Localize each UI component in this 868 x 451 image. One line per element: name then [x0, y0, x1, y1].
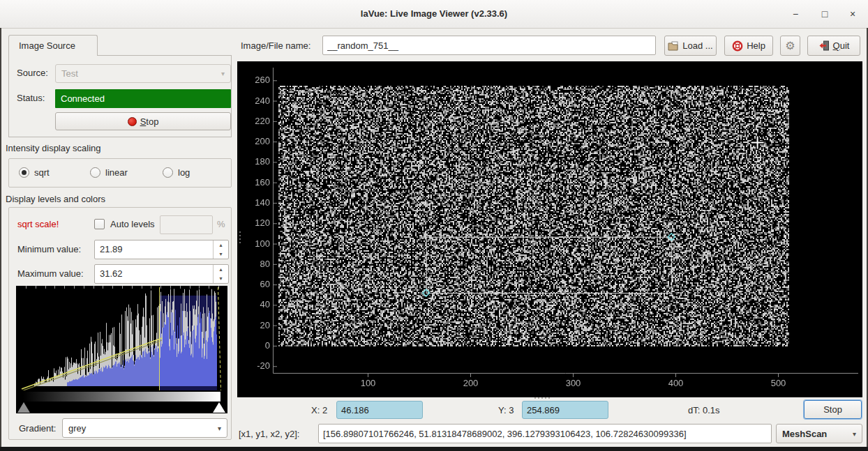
maximize-button[interactable]: □: [816, 7, 833, 21]
pixel-x-label: X: 2: [311, 405, 327, 415]
live-image-plot-area[interactable]: [237, 61, 862, 397]
load-button[interactable]: Load ...: [664, 36, 717, 56]
gradient-bar: [23, 392, 220, 402]
radio-log-label: log: [178, 167, 190, 178]
lifebuoy-help-icon: [732, 40, 743, 52]
stop-viewer-button-label: Stop: [823, 404, 842, 415]
gear-icon: ⚙: [785, 39, 795, 52]
pixel-y-valuebox: 254.869: [522, 401, 608, 419]
radio-log[interactable]: log: [163, 167, 190, 178]
spin-down-icon[interactable]: ▾: [214, 250, 228, 259]
tab-image-source-label: Image Source: [19, 40, 75, 51]
levels-section-label: Display levels and colors: [6, 194, 105, 204]
status-badge-text: Connected: [61, 93, 105, 104]
pixel-x-value: 46.186: [341, 405, 369, 415]
minimum-value: 21.89: [100, 244, 123, 254]
gradient-select[interactable]: grey ▾: [62, 418, 227, 438]
roi-range-label: [x1, y1, x2, y2]:: [239, 429, 299, 439]
minimize-button[interactable]: −: [787, 7, 804, 21]
filename-input[interactable]: [322, 36, 656, 55]
stop-viewer-button[interactable]: Stop: [804, 400, 862, 419]
gradient-select-value: grey: [68, 423, 86, 434]
close-button[interactable]: ×: [844, 7, 861, 21]
help-button[interactable]: Help: [724, 36, 773, 56]
maximum-value-label: Maximum value:: [17, 268, 84, 279]
auto-levels-label: Auto levels: [110, 219, 155, 229]
radio-log-indicator: [163, 167, 173, 178]
source-select-value: Test: [61, 68, 78, 79]
spin-down-icon[interactable]: ▾: [214, 274, 228, 283]
tool-select[interactable]: MeshScan ▾: [776, 424, 862, 443]
tool-select-value: MeshScan: [782, 429, 827, 439]
settings-button[interactable]: ⚙: [780, 36, 800, 56]
filename-label: Image/File name:: [241, 40, 310, 51]
window-border-bottom: [0, 447, 868, 451]
radio-linear[interactable]: linear: [90, 167, 128, 178]
app-window: laVue: Live Image Viewer (v2.33.6) − □ ×…: [0, 0, 868, 451]
auto-levels-checkbox[interactable]: [94, 219, 105, 229]
radio-sqrt-label: sqrt: [34, 167, 50, 178]
source-label: Source:: [17, 68, 48, 78]
min-level-handle[interactable]: [17, 402, 30, 413]
splitter-handle-vertical[interactable]: [239, 230, 241, 244]
levels-histogram-widget[interactable]: [16, 286, 227, 413]
scaling-section-label: Intensity display scaling: [6, 143, 101, 153]
minimum-value-spinbox[interactable]: 21.89 ▴ ▾: [94, 240, 229, 259]
spin-up-icon[interactable]: ▴: [214, 265, 228, 274]
scale-warning-label: sqrt scale!: [17, 219, 59, 229]
stop-record-icon: [128, 117, 137, 126]
chevron-down-icon: ▾: [853, 430, 856, 438]
levels-groupbox: sqrt scale! Auto levels % Minimum value:…: [8, 207, 232, 440]
levels-histogram[interactable]: [16, 286, 227, 390]
roi-range-input[interactable]: [318, 424, 772, 443]
window-border-left: [0, 28, 1, 447]
pixel-y-value: 254.869: [527, 405, 560, 415]
percent-suffix-label: %: [217, 219, 225, 229]
splitter-handle-horizontal[interactable]: [533, 397, 551, 399]
stop-source-button[interactable]: Stop: [55, 112, 231, 130]
maximum-value: 31.62: [100, 268, 123, 279]
folder-icon: [668, 41, 679, 51]
help-button-label: Help: [747, 40, 765, 51]
image-source-pane: Source: Test ▾ Status: Connected Stop: [8, 55, 232, 137]
radio-sqrt-indicator: [19, 167, 29, 178]
radio-linear-indicator: [90, 167, 100, 178]
source-select[interactable]: Test ▾: [55, 64, 231, 83]
spin-up-icon[interactable]: ▴: [214, 240, 228, 250]
chevron-down-icon: ▾: [221, 70, 225, 77]
pixel-x-valuebox: 46.186: [336, 401, 423, 419]
gradient-label: Gradient:: [19, 423, 56, 434]
pixel-y-label: Y: 3: [498, 405, 514, 415]
spin-arrows: ▴ ▾: [213, 265, 228, 283]
frame-rate-label: dT: 0.1s: [688, 405, 720, 415]
minimum-value-label: Minimum value:: [17, 244, 81, 254]
tab-image-source[interactable]: Image Source: [8, 35, 98, 56]
maximum-value-spinbox[interactable]: 31.62 ▴ ▾: [94, 264, 229, 284]
radio-linear-label: linear: [105, 167, 128, 178]
quit-button-label: Quit: [833, 40, 850, 51]
stop-source-button-label: Stop: [140, 116, 159, 127]
live-image-plot[interactable]: [237, 61, 862, 397]
chevron-down-icon: ▾: [218, 425, 221, 432]
status-badge: Connected: [55, 89, 231, 108]
radio-sqrt[interactable]: sqrt: [19, 167, 50, 178]
titlebar: laVue: Live Image Viewer (v2.33.6) − □ ×: [0, 0, 868, 29]
window-title: laVue: Live Image Viewer (v2.33.6): [0, 8, 868, 19]
load-button-label: Load ...: [682, 40, 712, 51]
quit-door-icon: [818, 40, 830, 51]
spin-arrows: ▴ ▾: [213, 240, 228, 259]
scaling-groupbox: sqrt linear log: [8, 158, 232, 188]
status-label: Status:: [17, 93, 45, 103]
max-level-handle[interactable]: [213, 402, 225, 413]
auto-levels-percent-field[interactable]: [160, 215, 213, 234]
quit-button[interactable]: Quit: [807, 36, 860, 56]
